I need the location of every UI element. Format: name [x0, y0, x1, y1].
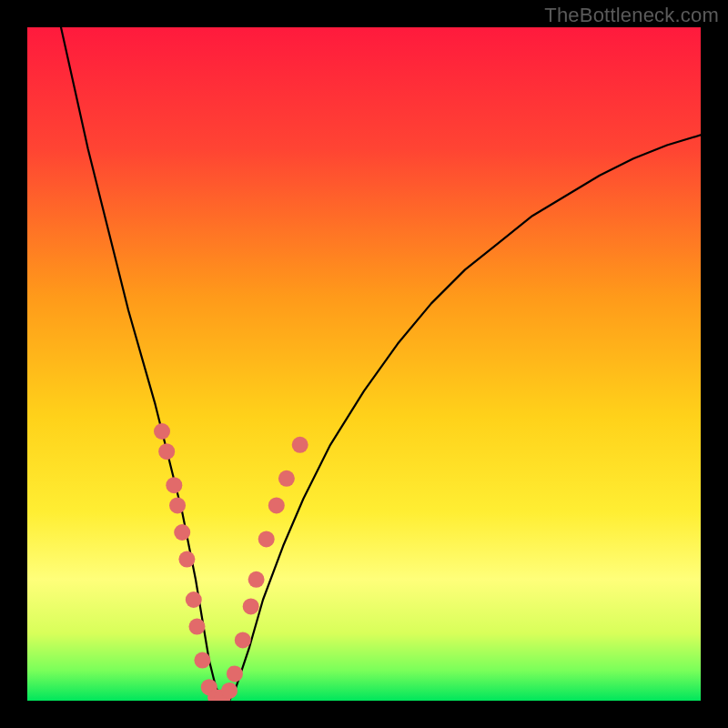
highlight-dot — [278, 470, 295, 487]
highlight-dot — [188, 619, 205, 635]
highlight-dot — [166, 477, 182, 493]
highlight-dot — [292, 437, 308, 453]
watermark-text: TheBottleneck.com — [544, 4, 719, 27]
highlight-dot — [178, 551, 195, 568]
plot-area — [27, 27, 701, 701]
highlight-dot — [268, 497, 285, 513]
highlight-dot — [186, 592, 202, 608]
outer-frame: TheBottleneck.com — [0, 0, 728, 728]
highlight-dot — [258, 531, 275, 547]
highlight-dot — [243, 598, 259, 614]
highlight-dot — [169, 497, 186, 513]
highlight-dot — [221, 682, 238, 699]
highlight-dot — [158, 443, 175, 460]
highlight-dot — [174, 524, 190, 541]
highlight-dot — [154, 423, 170, 440]
gradient-background — [27, 27, 701, 701]
chart-svg — [27, 27, 701, 701]
highlight-dot — [235, 632, 251, 648]
highlight-dot — [227, 665, 243, 682]
highlight-dot — [248, 571, 265, 588]
highlight-dot — [194, 652, 210, 669]
